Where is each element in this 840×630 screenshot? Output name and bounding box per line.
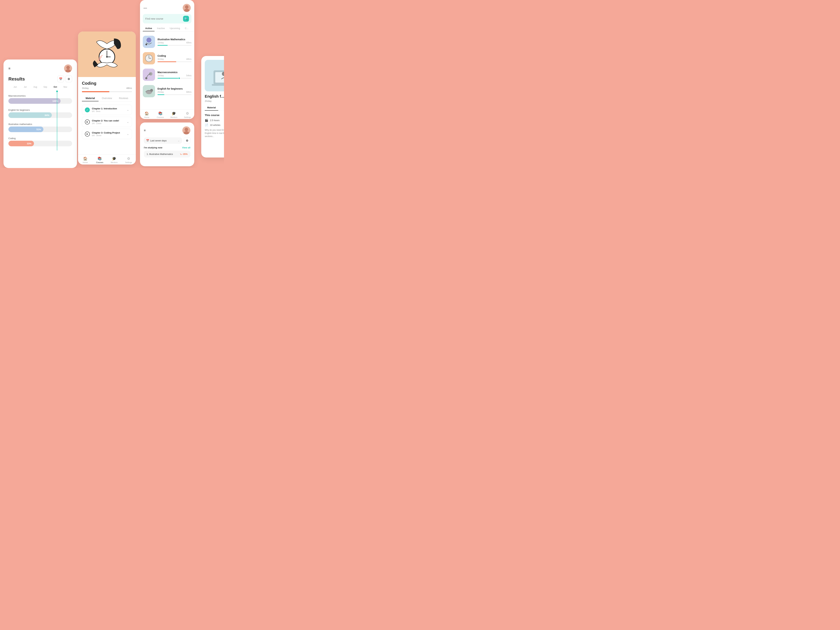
settings-icon: ⚙ [127,156,130,161]
bar-pct-illustrative: 51% [36,128,41,131]
nav-courses-courses[interactable]: 📚 Courses [154,111,167,118]
filter-button[interactable]: ⚙ [65,76,72,82]
courses-icon: 📚 [158,111,163,115]
home-icon: 🏠 [83,156,87,161]
course-thumb-illustrative [143,36,155,48]
filter-icon-button[interactable]: ⚙ [184,137,190,144]
avatar[interactable] [64,65,72,73]
svg-point-0 [66,66,70,69]
stat-articles: 10 articles [210,124,220,126]
search-icon: 🔍 [184,17,188,21]
page-title: Results [8,76,25,82]
tab-more[interactable]: C... [182,25,191,31]
english-hero-image [205,60,224,92]
nav-settings-label: Settings [184,116,191,118]
nav-settings[interactable]: ⚙ Settings [122,156,136,163]
course-item-coding[interactable]: Coding 3h/day 48hrs [140,50,194,66]
tab-reviews[interactable]: Reviews [115,95,132,101]
tab-material[interactable]: Material [82,95,98,101]
course-thumb-macroeconomics [143,69,155,81]
nav-mentors-label: Mentors [111,161,118,163]
nav-home[interactable]: 🏠 Home [78,156,93,163]
bar-coding: Coding 33% [8,137,72,146]
nav-courses-label: Courses [157,116,164,118]
chevron-down-icon: ⌄ [178,139,180,142]
courses-bottom-nav: 🏠 Home 📚 Courses 🎓 Mentors ⚙ Settings [140,109,194,119]
chapter-1-check-icon: ✓ [85,107,90,112]
chapter-1-sub: 5/5 · 8min [92,110,117,112]
mentors-icon: 🎓 [172,111,176,115]
search-bar[interactable]: 🔍 [143,14,191,24]
course-progress-track [82,91,132,92]
menu-icon[interactable]: ≡ [8,67,11,70]
filter-label: Last seven days [150,139,167,142]
course-total-macroeconomics: 54hrs [186,74,191,77]
course-total-english: 68hrs [186,91,191,93]
tab-material-english[interactable]: Material [205,105,218,111]
menu-icon[interactable]: ≡ [144,129,146,132]
studying-item-name: 1. Illustrative Mathematics [147,153,173,155]
chapter-3-play-icon: ▶ [85,132,90,136]
english-tabs: Material [205,105,224,111]
course-thumb-coding [143,52,155,65]
avatar[interactable] [182,126,190,134]
svg-point-20 [185,128,188,131]
nav-settings-courses[interactable]: ⚙ Settings [181,111,194,118]
chapter-3-item[interactable]: ▶ Chapter 3: Coding Project 0/8 · 35min … [82,129,132,139]
menu-icon[interactable]: — [144,6,147,10]
chapter-2-item[interactable]: ▶ Chapter 2: You can code! 2/6 · 13min ⌄ [82,117,132,127]
tab-inactive[interactable]: Inactive [155,25,167,31]
search-button[interactable]: 🔍 [183,16,189,22]
nav-mentors-courses[interactable]: 🎓 Mentors [167,111,181,118]
sliders-icon: ⚙ [186,139,188,142]
studying-item[interactable]: 1. Illustrative Mathematics ↘ -35% [144,151,190,158]
svg-rect-24 [212,84,224,86]
course-thumb-english [143,85,155,97]
svg-point-11 [147,38,152,43]
nav-courses[interactable]: 📚 Courses [93,156,107,163]
course-description: Why do you need English time and English… [205,128,224,138]
stat-hours-row: 🎬 2.5 hours [205,118,224,122]
svg-point-21 [184,131,189,134]
bar-pct-coding: 33% [27,142,32,145]
course-list: Illustrative Mathematics 1h/day 40hrs [140,33,194,99]
tab-overview[interactable]: Overview [98,95,115,101]
avatar[interactable] [183,4,191,12]
tab-active[interactable]: Active [143,25,155,31]
view-all-button[interactable]: View all [182,146,190,149]
course-item-illustrative[interactable]: Illustrative Mathematics 1h/day 40hrs [140,33,194,50]
course-name-coding: Coding [158,54,191,57]
calendar-button[interactable]: 📅 [57,76,64,82]
search-input[interactable] [145,17,181,20]
month-aug: Aug [30,86,40,88]
svg-point-17 [145,77,147,79]
coding-detail-card: Coding 3h/day 48hrs Material Overview Re… [78,32,136,164]
bar-illustrative: Illustrative mathematics 51% [8,123,72,132]
course-pace: 3h/day [82,87,89,89]
course-item-english[interactable]: English for beginners 2h/day 68hrs [140,83,194,99]
course-progress-coding [158,62,191,62]
tab-upcoming[interactable]: Upcoming [167,25,183,31]
chapter-3-name: Chapter 3: Coding Project [92,131,120,134]
chapter-1-name: Chapter 1: Introduction [92,107,117,110]
results-card: ≡ Results 📅 ⚙ Jun Jul Aug Sep Oct Nov [3,60,77,168]
date-filter-select[interactable]: 📅 Last seven days ⌄ [144,137,182,144]
chapter-1-item[interactable]: ✓ Chapter 1: Introduction 5/5 · 8min ⌄ [82,105,132,115]
month-nov: Nov [60,86,70,88]
filter-icon: ⚙ [68,77,70,81]
nav-home-courses[interactable]: 🏠 Home [140,111,154,118]
course-name-illustrative: Illustrative Mathematics [158,38,191,41]
mentors-icon: 🎓 [112,156,116,161]
chapter-2-play-icon: ▶ [85,120,90,125]
nav-mentors[interactable]: 🎓 Mentors [107,156,122,163]
course-item-macroeconomics[interactable]: Macroeconomics 1h/day 54hrs [140,66,194,83]
course-filter-tabs: Active Inactive Upcoming C... [140,25,194,32]
svg-point-10 [184,9,189,12]
nav-mentors-label: Mentors [171,116,177,118]
video-icon: 🎬 [205,118,208,122]
bar-pct-macroeconomics: 100% [52,100,58,103]
course-name-english: English for beginners [158,87,191,90]
course-pace-coding: 3h/day [158,58,164,60]
chapter-2-sub: 2/6 · 13min [92,122,119,125]
course-name-macroeconomics: Macroeconomics [158,71,191,74]
